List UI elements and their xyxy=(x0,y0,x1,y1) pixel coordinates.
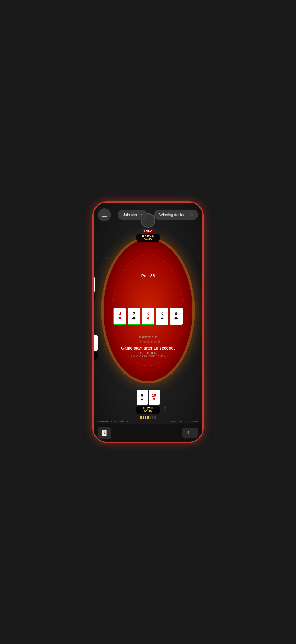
community-card-1: J ♥ xyxy=(113,308,126,325)
phone-screen: Join similar Winning declaration Pot: 35… xyxy=(94,203,202,442)
header: Join similar Winning declaration xyxy=(94,208,202,221)
footer-hash: 654a0e1e4b91091f51f0bd77 xyxy=(98,420,128,423)
winning-declaration-button[interactable]: Winning declaration xyxy=(154,210,198,220)
hamburger-icon xyxy=(102,213,107,217)
game-start-text: Game start after 10 second. xyxy=(104,346,192,350)
player-bottom-left-cards: A ♣ 10 ♣ xyxy=(94,335,98,351)
cards-icon: 🃏 xyxy=(101,430,108,436)
game-info-area: 1699352213123 ⬡ Fantafeat Game start aft… xyxy=(104,336,192,358)
player-bottom-left-name: krencyqa1 xyxy=(94,352,95,356)
player-bottom-chips: 51.45 xyxy=(139,410,157,413)
empty-label: EMPTY xyxy=(202,340,202,346)
player-left-cards: 9 ♣ 5 ♣ xyxy=(94,277,95,292)
fantafeat-logo: ⬡ Fantafeat xyxy=(104,339,192,345)
player-left-label: Nirav4545 43 xyxy=(94,293,95,301)
player-bottom-cards: 8 ♣ 10 ♥ xyxy=(137,390,160,405)
table-container: Pot: 35 J ♥ 7 ♣ K ♦ xyxy=(99,226,197,395)
timer-seg-1 xyxy=(140,416,141,419)
timer-seg-9 xyxy=(154,416,155,419)
rupee-button[interactable]: ₹ + xyxy=(182,428,198,438)
player-bottom-name: bugy09 xyxy=(139,407,157,410)
timer-seg-8 xyxy=(152,416,153,419)
player-left: 9 ♣ 5 ♣ Nirav4545 43 xyxy=(94,277,95,301)
player-bottom-left: A ♣ 10 ♣ krencyqa1 43 xyxy=(94,335,98,360)
community-card-5: 6 ♣ xyxy=(170,308,183,325)
pot-display: Pot: 35 xyxy=(141,273,155,278)
community-card-3: K ♦ xyxy=(142,308,154,325)
plus-icon: + xyxy=(191,431,193,435)
timer-seg-3 xyxy=(143,416,144,419)
footer-info: 654a0e1e4b91091f51f0bd77 07-11-2023 03:4… xyxy=(94,420,202,423)
game-id: 1699352213123 xyxy=(104,336,192,339)
cards-button[interactable]: 🃏 xyxy=(98,427,111,439)
game-mode: 5/5(HOLD'EM) xyxy=(104,352,192,355)
community-cards: J ♥ 7 ♣ K ♦ K ♠ xyxy=(113,308,183,325)
player-bottom-left-chips: 43 xyxy=(94,356,95,359)
player-empty-slot: EMPTY xyxy=(202,340,202,346)
join-similar-button[interactable]: Join similar xyxy=(118,210,147,220)
fold-badge: FOLD xyxy=(143,229,154,233)
game-hash: 654a0a064b91091f51f0bd5e xyxy=(104,355,192,358)
phone-frame: Join similar Winning declaration Pot: 35… xyxy=(92,201,204,443)
timer-seg-7 xyxy=(150,416,151,419)
player-bottom-left-card-2: 10 ♣ xyxy=(94,335,98,351)
timer-seg-6 xyxy=(148,416,149,419)
community-card-2: 7 ♣ xyxy=(128,308,140,325)
player-bottom-card-2: 10 ♥ xyxy=(149,390,160,405)
community-card-4: K ♠ xyxy=(156,308,168,325)
player-bottom-card-1: 8 ♣ xyxy=(137,390,148,405)
player-top-label: bipin596 54.45 xyxy=(136,234,160,242)
player-left-card-2: 5 ♣ xyxy=(94,277,95,292)
rupee-icon: ₹ xyxy=(187,430,190,436)
timer-seg-2 xyxy=(141,416,142,419)
footer-datetime: 07-11-2023 03:47:54 PM xyxy=(171,420,198,423)
player-bottom-label: bugy09 51.45 xyxy=(136,406,160,414)
poker-table: Pot: 35 J ♥ 7 ♣ K ♦ xyxy=(101,237,195,383)
player-bottom: 8 ♣ 10 ♥ bugy09 51.45 xyxy=(136,390,160,419)
timer-seg-5 xyxy=(147,416,148,419)
player-top-name: bipin596 xyxy=(139,234,157,238)
timer-seg-10 xyxy=(155,416,156,419)
timer-bar xyxy=(140,416,156,419)
player-top-chips: 54.45 xyxy=(139,238,157,241)
deco-dot xyxy=(164,407,166,410)
player-bottom-left-label: krencyqa1 43 xyxy=(94,352,98,360)
menu-button[interactable] xyxy=(98,208,111,221)
timer-seg-4 xyxy=(145,416,146,419)
bottom-bar: 🃏 ₹ + xyxy=(94,424,202,442)
